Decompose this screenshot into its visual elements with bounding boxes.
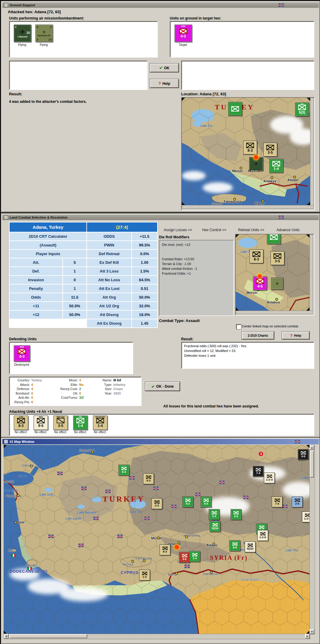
unit-counter[interactable]: 5(2)3 bbox=[245, 541, 256, 552]
map-scroll-corner[interactable] bbox=[4, 631, 7, 634]
scroll-up-button[interactable]: ▲ bbox=[310, 445, 314, 450]
unit-counter[interactable]: 7-4 bbox=[272, 496, 283, 507]
map-scroll-corner[interactable] bbox=[182, 98, 185, 101]
unit-counter[interactable]: XX 5(3) bbox=[295, 103, 309, 116]
unit-counter[interactable]: 5-4 bbox=[201, 496, 211, 507]
infantry-symbol bbox=[231, 106, 239, 112]
map-scroll-corner[interactable] bbox=[306, 631, 310, 634]
main-map[interactable]: Zonguldak Üsküdar Sea of oupolis ardanel… bbox=[4, 445, 310, 634]
location-map[interactable]: TURKEY Lake Tuz Mersin Antakya Aleppo le… bbox=[182, 98, 310, 205]
cavalry-symbol bbox=[57, 418, 64, 423]
map-scroll-corner[interactable] bbox=[4, 445, 7, 448]
unit-counter[interactable] bbox=[228, 102, 242, 116]
unit-counter-attacker[interactable]: 1 Inf 8-3 bbox=[14, 416, 28, 430]
unit-counter-attacker[interactable]: XXX 9-5 bbox=[34, 416, 48, 430]
unit-counter[interactable]: 8-6 bbox=[229, 540, 240, 551]
ground-units-panel[interactable]: XXX 4-3 Target bbox=[170, 21, 314, 58]
unit-counter[interactable]: 1-3 bbox=[139, 570, 150, 580]
crt-input-att[interactable]: 5 bbox=[63, 258, 86, 267]
crt-input-invasion[interactable]: 0 bbox=[63, 276, 86, 284]
combat-map[interactable]: Lake Tuz Mersin Antakya 8-3 3-5 4-5 ✹ bbox=[236, 234, 310, 311]
unit-counter-target[interactable]: XXX 4-3 bbox=[175, 25, 192, 42]
unit-counter[interactable]: 8-3 bbox=[243, 141, 257, 154]
ok-done-button[interactable]: ✔ OK - Done bbox=[145, 382, 180, 391]
city-dot bbox=[210, 571, 213, 574]
unit-counter[interactable]: 3-5 bbox=[179, 552, 190, 563]
unit-counter[interactable]: 1-2-4 bbox=[264, 473, 275, 483]
help-button[interactable]: ? Help bbox=[282, 332, 310, 339]
unit-counter[interactable]: 1-4 bbox=[189, 551, 200, 562]
unit-counter[interactable]: 6-4 bbox=[118, 465, 129, 476]
unit-counter-air[interactable]: ✈ bbox=[271, 278, 283, 290]
unit-counter[interactable]: 7-4 bbox=[253, 466, 264, 477]
charts-button[interactable]: 2-D10 Charts bbox=[242, 332, 274, 339]
unit-counter-attacker[interactable]: 2nd Inf Div 1-4 bbox=[93, 416, 107, 430]
unit-counter[interactable]: 1-4 bbox=[269, 159, 283, 173]
attacking-units-panel[interactable]: 1 Inf 8-3 No effect XXX 9-5 No effect Gd… bbox=[9, 414, 314, 436]
map-vscroll[interactable] bbox=[310, 234, 313, 311]
vscroll-thumb[interactable] bbox=[310, 451, 314, 478]
city-label-aleppo: Aleppo bbox=[206, 543, 217, 547]
map-hscroll[interactable] bbox=[236, 311, 313, 314]
die-mod-ratio: Combat Ratio: +13.50 bbox=[162, 257, 194, 261]
unit-counter[interactable]: 3-5 bbox=[271, 251, 284, 265]
map-scroll-corner[interactable] bbox=[236, 307, 239, 311]
map-vscroll[interactable] bbox=[310, 98, 314, 206]
land-combat-titlebar[interactable]: Land Combat Selection & Resolution bbox=[2, 215, 319, 220]
unit-counter[interactable]: 2-5 bbox=[231, 509, 241, 520]
unit-counter[interactable] bbox=[267, 234, 281, 244]
unit-counter[interactable]: 2-3 bbox=[209, 509, 220, 520]
help-icon: ? bbox=[290, 333, 293, 338]
unit-counter-hurricane[interactable]: 4 1 ✈ Hurricane IIC 3 (3) bbox=[35, 25, 53, 42]
crt-input-odds[interactable]: 11.5 bbox=[63, 293, 86, 301]
unit-counter-attacker[interactable]: Gds Cav 3-5 bbox=[53, 416, 68, 430]
air-mission-units-panel[interactable]: 2 16 ✈ 1 Warwick Flying 4 1 ✈ Hurricane … bbox=[9, 21, 158, 58]
step-assign-losses[interactable]: Assign Losses => bbox=[164, 228, 192, 232]
crt-input-def[interactable]: 1 bbox=[63, 267, 86, 275]
unit-counter[interactable]: 1-2-5 bbox=[302, 511, 310, 522]
crt-cell: Invasion bbox=[10, 276, 62, 284]
scroll-right-button[interactable]: ► bbox=[305, 634, 310, 639]
unit-counter-defender[interactable]: XXX 4-3 bbox=[14, 345, 30, 362]
unit-counter[interactable]: 8-3 bbox=[250, 249, 263, 263]
scroll-left-button[interactable]: ◄ bbox=[4, 634, 9, 639]
map-scroll-corner[interactable] bbox=[307, 98, 310, 101]
unit-counter-attacker[interactable]: XX 1-4 bbox=[73, 416, 88, 430]
ground-support-titlebar[interactable]: Ground Support bbox=[2, 2, 319, 8]
unit-counter[interactable]: 8-3 bbox=[160, 544, 170, 555]
unit-info-col1: Country:Turkey Attack:4 Defense:4 Bombar… bbox=[11, 378, 42, 404]
map-hscrollbar[interactable]: ◄ ► bbox=[4, 634, 310, 639]
right-list-panel[interactable] bbox=[181, 61, 314, 90]
step-retreat-units[interactable]: Retreat Units => bbox=[238, 228, 264, 232]
unit-counter[interactable]: 5-2 bbox=[182, 496, 193, 507]
unit-counter[interactable]: 3-5 bbox=[263, 143, 277, 157]
map-scroll-corner[interactable] bbox=[307, 202, 310, 205]
defending-units-label: Defending Units bbox=[9, 337, 37, 341]
map-scroll-corner[interactable] bbox=[306, 307, 310, 311]
unit-counter[interactable]: 2-3 bbox=[151, 498, 162, 509]
map-window-titlebar[interactable]: #1 Map Window bbox=[2, 439, 319, 444]
map-scroll-corner[interactable] bbox=[306, 234, 310, 238]
unit-counter[interactable]: 5(3)4 bbox=[210, 521, 220, 532]
map-scroll-corner[interactable] bbox=[236, 234, 239, 238]
infantry-symbol bbox=[246, 143, 254, 148]
unit-counter[interactable]: 5-3 bbox=[143, 473, 154, 484]
center-map-checkbox[interactable] bbox=[236, 324, 241, 329]
map-scroll-corner[interactable] bbox=[306, 445, 310, 448]
unit-counter[interactable]: 1-2-5 bbox=[257, 530, 268, 541]
unit-counter[interactable]: 3-5 bbox=[298, 449, 309, 460]
unit-counter-warwick[interactable]: 2 16 ✈ 1 Warwick bbox=[14, 25, 31, 42]
defending-units-panel[interactable]: XXX 4-3 Destroyed bbox=[9, 342, 133, 374]
unit-counter[interactable]: 2-5 bbox=[292, 496, 303, 507]
ok-button[interactable]: ✔ OK bbox=[150, 64, 179, 72]
crt-input-penalty[interactable]: 1 bbox=[63, 285, 86, 293]
map-scroll-corner[interactable] bbox=[182, 202, 185, 205]
left-list-panel[interactable] bbox=[9, 61, 148, 90]
step-advance-units[interactable]: Advance Units bbox=[277, 228, 300, 232]
hscroll-thumb[interactable] bbox=[9, 634, 87, 638]
help-button[interactable]: ? Help bbox=[150, 79, 179, 88]
map-hscroll[interactable] bbox=[182, 205, 314, 209]
step-hex-control[interactable]: Hex Control => bbox=[202, 228, 226, 232]
map-vscrollbar[interactable]: ▲ ▼ bbox=[310, 445, 315, 634]
scroll-down-button[interactable]: ▼ bbox=[310, 629, 314, 634]
